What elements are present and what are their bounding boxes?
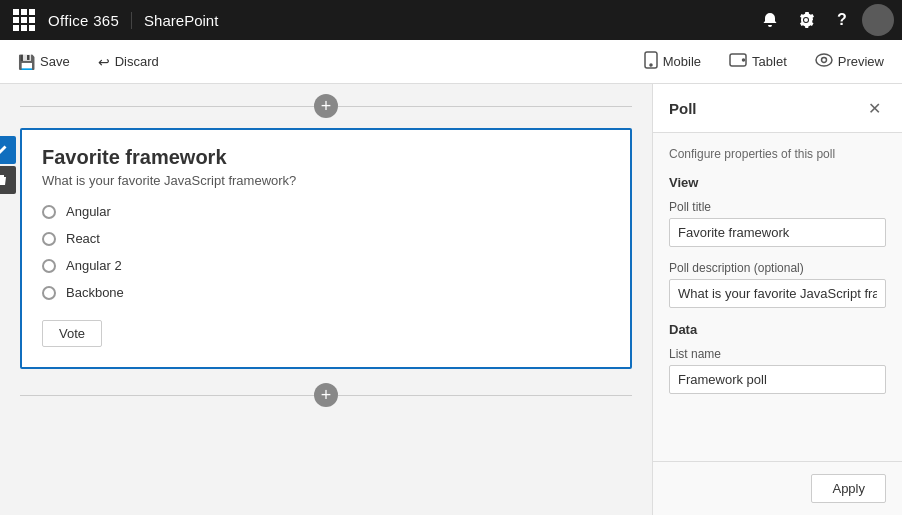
preview-icon — [815, 53, 833, 70]
radio-circle — [42, 232, 56, 246]
view-section: View Poll title Poll description (option… — [669, 175, 886, 308]
svg-point-5 — [821, 58, 826, 63]
add-row-top-button[interactable]: + — [314, 94, 338, 118]
list-name-group: List name — [669, 347, 886, 394]
add-row-top[interactable]: + — [20, 94, 632, 118]
svg-point-4 — [816, 54, 832, 66]
data-section: Data List name — [669, 322, 886, 394]
radio-circle — [42, 205, 56, 219]
vote-button[interactable]: Vote — [42, 320, 102, 347]
main-area: + Favorite framework What is your — [0, 84, 902, 515]
mobile-button[interactable]: Mobile — [638, 47, 707, 76]
app-name: Office 365 — [48, 12, 132, 29]
svg-point-1 — [650, 64, 652, 66]
panel-header: Poll ✕ — [653, 84, 902, 133]
delete-widget-button[interactable] — [0, 166, 16, 194]
save-button[interactable]: 💾 Save — [12, 50, 76, 74]
settings-icon[interactable] — [790, 4, 822, 36]
panel-title: Poll — [669, 100, 862, 117]
help-icon[interactable]: ? — [826, 4, 858, 36]
poll-title-label: Poll title — [669, 200, 886, 214]
radio-circle — [42, 286, 56, 300]
view-options: Mobile Tablet Preview — [638, 47, 890, 76]
panel-footer: Apply — [653, 461, 902, 515]
tablet-button[interactable]: Tablet — [723, 49, 793, 74]
poll-options-list: AngularReactAngular 2Backbone — [42, 204, 610, 300]
list-name-label: List name — [669, 347, 886, 361]
mobile-icon — [644, 51, 658, 72]
poll-option[interactable]: Backbone — [42, 285, 610, 300]
discard-icon: ↩ — [98, 54, 110, 70]
poll-widget: Favorite framework What is your favorite… — [20, 128, 632, 369]
notification-icon[interactable] — [754, 4, 786, 36]
poll-widget-description: What is your favorite JavaScript framewo… — [42, 173, 610, 188]
widget-toolbar — [0, 136, 16, 194]
poll-option[interactable]: Angular — [42, 204, 610, 219]
apply-button[interactable]: Apply — [811, 474, 886, 503]
right-panel: Poll ✕ Configure properties of this poll… — [652, 84, 902, 515]
poll-description-label: Poll description (optional) — [669, 261, 886, 275]
poll-option[interactable]: Angular 2 — [42, 258, 610, 273]
panel-close-button[interactable]: ✕ — [862, 96, 886, 120]
poll-widget-container: Favorite framework What is your favorite… — [20, 128, 632, 369]
save-icon: 💾 — [18, 54, 35, 70]
app-subname: SharePoint — [144, 12, 218, 29]
poll-title-input[interactable] — [669, 218, 886, 247]
view-section-title: View — [669, 175, 886, 190]
tablet-icon — [729, 53, 747, 70]
poll-description-input[interactable] — [669, 279, 886, 308]
user-avatar[interactable] — [862, 4, 894, 36]
list-name-input[interactable] — [669, 365, 886, 394]
preview-button[interactable]: Preview — [809, 49, 890, 74]
topbar: Office 365 SharePoint ? — [0, 0, 902, 40]
poll-widget-title: Favorite framework — [42, 146, 610, 169]
poll-title-group: Poll title — [669, 200, 886, 247]
edit-toolbar: 💾 Save ↩ Discard Mobile Tablet — [0, 40, 902, 84]
add-row-bottom-button[interactable]: + — [314, 383, 338, 407]
canvas-area: + Favorite framework What is your — [0, 84, 652, 515]
add-row-bottom[interactable]: + — [20, 383, 632, 407]
svg-point-3 — [743, 59, 745, 61]
waffle-menu[interactable] — [8, 4, 40, 36]
panel-body: Configure properties of this poll View P… — [653, 133, 902, 461]
discard-button[interactable]: ↩ Discard — [92, 50, 165, 74]
data-section-title: Data — [669, 322, 886, 337]
radio-circle — [42, 259, 56, 273]
panel-subtitle: Configure properties of this poll — [669, 147, 886, 161]
poll-option[interactable]: React — [42, 231, 610, 246]
edit-widget-button[interactable] — [0, 136, 16, 164]
poll-description-group: Poll description (optional) — [669, 261, 886, 308]
